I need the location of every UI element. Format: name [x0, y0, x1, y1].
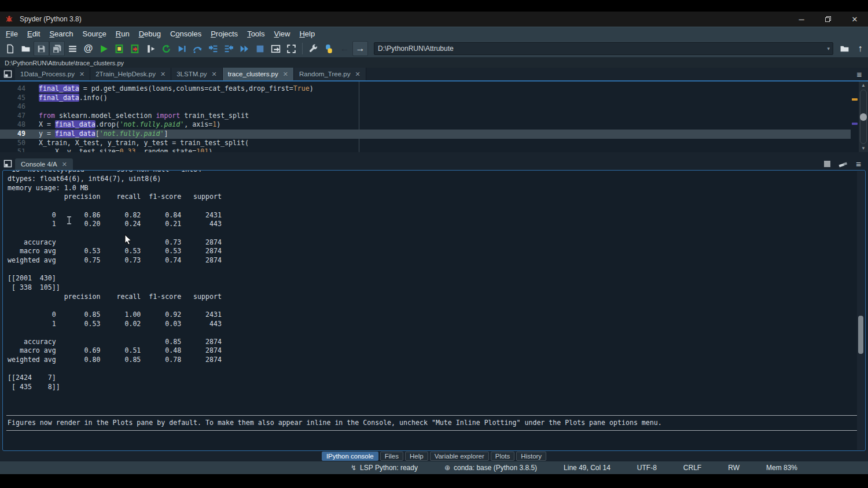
- console-tab-label: Console 4/A: [21, 161, 57, 168]
- scroll-up-icon[interactable]: ▲: [859, 83, 868, 88]
- menu-search[interactable]: Search: [45, 29, 78, 38]
- pane-tab-history[interactable]: History: [516, 452, 546, 461]
- file-switcher-icon[interactable]: [65, 41, 80, 56]
- chevron-down-icon[interactable]: ▾: [827, 46, 830, 51]
- lsp-status: ↯ LSP Python: ready: [351, 464, 418, 472]
- parent-directory-button[interactable]: ↑: [852, 41, 868, 56]
- editor-tab-random_tree-py[interactable]: Random_Tree.py✕: [294, 68, 366, 80]
- pane-tab-variable-explorer[interactable]: Variable explorer: [430, 452, 489, 461]
- editor-options-icon[interactable]: ≡: [851, 68, 868, 80]
- window-title: Spyder (Python 3.8): [20, 15, 82, 23]
- stop-debug-icon[interactable]: [252, 41, 268, 56]
- tab-close-icon[interactable]: ✕: [283, 71, 288, 78]
- minimize-button[interactable]: ─: [788, 12, 815, 27]
- menu-tools[interactable]: Tools: [242, 29, 269, 38]
- run-file-icon[interactable]: [96, 41, 112, 56]
- menu-file[interactable]: File: [1, 29, 23, 38]
- new-file-icon[interactable]: [2, 41, 18, 56]
- menu-edit[interactable]: Edit: [23, 29, 45, 38]
- ipython-console[interactable]: 18 not.fully.paid 9578 non-null int64 dt…: [2, 170, 866, 451]
- maximize-pane-icon[interactable]: [268, 41, 284, 56]
- rerun-cell-icon[interactable]: [159, 41, 174, 56]
- pythonpath-icon[interactable]: [321, 41, 337, 56]
- console-scroll-thumb[interactable]: [858, 316, 863, 354]
- tab-label: Random_Tree.py: [299, 71, 350, 77]
- toolbar: @←→D:\PythonRUN\Attrubute▾↑: [0, 40, 868, 58]
- continue-icon[interactable]: [237, 41, 252, 56]
- screen: Spyder (Python 3.8) ─ ✕ FileEditSearchSo…: [0, 0, 868, 488]
- step-over-icon[interactable]: [190, 41, 205, 56]
- pane-tab-plots[interactable]: Plots: [491, 452, 515, 461]
- tab-close-icon[interactable]: ✕: [160, 71, 165, 78]
- line-number: 45: [0, 94, 25, 103]
- pane-splitter[interactable]: [0, 152, 868, 157]
- scroll-flag-area: [851, 82, 858, 152]
- tab-close-icon[interactable]: ✕: [79, 71, 84, 78]
- menu-source[interactable]: Source: [78, 29, 111, 38]
- tab-label: 2Train_HelpDesk.py: [95, 71, 156, 77]
- menu-run[interactable]: Run: [111, 29, 134, 38]
- debug-file-icon[interactable]: [174, 41, 190, 56]
- minimize-icon: ─: [799, 15, 804, 24]
- code-line-50: 50X_train, X_test, y_train, y_test = tra…: [0, 139, 851, 148]
- browse-working-directory-button[interactable]: [837, 41, 852, 56]
- editor-scrollbar[interactable]: ▲ ▼: [859, 82, 868, 152]
- symbol-finder-icon[interactable]: @: [80, 41, 96, 56]
- restore-icon: [825, 16, 832, 23]
- restore-button[interactable]: [815, 12, 841, 27]
- menu-projects[interactable]: Projects: [206, 29, 242, 38]
- remove-variables-icon[interactable]: [838, 160, 848, 168]
- editor-scroll-thumb[interactable]: [860, 113, 867, 121]
- editor-tab-2train_helpdesk-py[interactable]: 2Train_HelpDesk.py✕: [90, 68, 171, 80]
- editor-tab-bar: 1Data_Process.py✕2Train_HelpDesk.py✕3LST…: [0, 68, 868, 82]
- pane-tab-files[interactable]: Files: [380, 452, 403, 461]
- working-directory-combobox[interactable]: D:\PythonRUN\Attrubute▾: [374, 42, 833, 55]
- code-editor[interactable]: 44final_data = pd.get_dummies(loans,colu…: [0, 82, 868, 152]
- back-icon[interactable]: ←: [337, 41, 352, 56]
- close-button[interactable]: ✕: [841, 12, 868, 27]
- editor-tab-3lstm-py[interactable]: 3LSTM.py✕: [171, 68, 223, 80]
- code-line-46: 46: [0, 102, 851, 112]
- line-number: 44: [0, 84, 25, 94]
- save-icon[interactable]: [34, 41, 49, 56]
- tab-label: 3LSTM.py: [176, 71, 207, 77]
- interpreter-status[interactable]: ⊕ conda: base (Python 3.8.5): [444, 464, 537, 472]
- fullscreen-icon[interactable]: [284, 41, 299, 56]
- open-file-icon[interactable]: [18, 41, 34, 56]
- editor-tab-1data_process-py[interactable]: 1Data_Process.py✕: [15, 68, 90, 80]
- tab-close-icon[interactable]: ✕: [355, 71, 360, 78]
- scroll-down-icon[interactable]: ▼: [859, 146, 868, 151]
- run-cell-advance-icon[interactable]: [127, 41, 143, 56]
- forward-icon[interactable]: →: [352, 41, 368, 56]
- browse-consoles-button[interactable]: [0, 157, 15, 170]
- tab-close-icon[interactable]: ✕: [212, 71, 217, 78]
- encoding-status: UTF-8: [637, 464, 657, 472]
- save-all-icon[interactable]: [49, 41, 65, 56]
- code-area: 44final_data = pd.get_dummies(loans,colu…: [0, 84, 851, 152]
- run-selection-icon[interactable]: [143, 41, 159, 56]
- memory-status: Mem 83%: [766, 464, 797, 472]
- editor-tab-trace_clusters-py[interactable]: trace_clusters.py✕: [223, 68, 294, 80]
- menu-debug[interactable]: Debug: [134, 29, 165, 38]
- console-tab-close-icon[interactable]: ✕: [62, 161, 67, 168]
- step-into-icon[interactable]: [205, 41, 221, 56]
- pane-tab-help[interactable]: Help: [405, 452, 428, 461]
- console-options-icon[interactable]: ≡: [856, 159, 861, 169]
- step-return-icon[interactable]: [221, 41, 237, 56]
- browse-tabs-button[interactable]: [0, 68, 15, 80]
- console-scrollbar[interactable]: [857, 171, 865, 450]
- spyder-logo-icon: [5, 14, 14, 24]
- console-tab[interactable]: Console 4/A ✕: [15, 158, 73, 170]
- menu-view[interactable]: View: [269, 29, 295, 38]
- run-cell-icon[interactable]: [112, 41, 127, 56]
- preferences-icon[interactable]: [306, 41, 321, 56]
- line-number: 51: [0, 147, 25, 152]
- close-icon: ✕: [852, 15, 858, 24]
- tab-label: trace_clusters.py: [228, 71, 278, 77]
- console-separator: [6, 430, 862, 431]
- menu-consoles[interactable]: Consoles: [165, 29, 206, 38]
- conda-env-label: conda: base (Python 3.8.5): [454, 464, 537, 472]
- interrupt-kernel-icon[interactable]: [824, 161, 830, 167]
- menu-help[interactable]: Help: [295, 29, 319, 38]
- pane-tab-ipython-console[interactable]: IPython console: [322, 452, 378, 461]
